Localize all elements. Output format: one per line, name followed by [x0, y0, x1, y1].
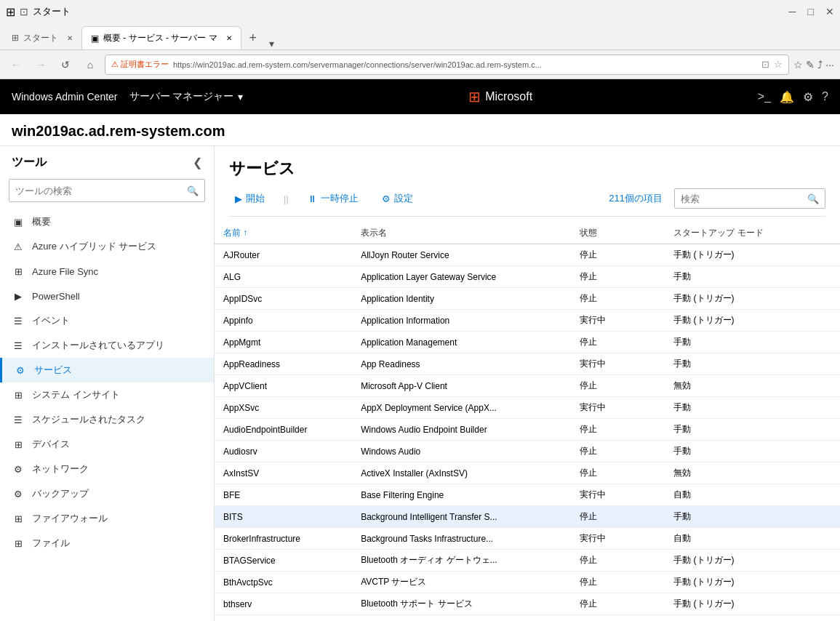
more-icon[interactable]: ··· [825, 59, 834, 71]
service-startup: 手動 [665, 441, 840, 462]
table-row[interactable]: AudioEndpointBuilder Windows Audio Endpo… [215, 419, 840, 441]
service-status: 停止 [571, 441, 665, 462]
col-status-header[interactable]: 状態 [571, 223, 665, 244]
terminal-icon[interactable]: >_ [758, 90, 771, 103]
service-status: 停止 [571, 332, 665, 353]
sidebar-item-backup[interactable]: ⚙ バックアップ [0, 481, 214, 506]
toolbar-divider: || [284, 193, 289, 204]
service-status: 停止 [571, 288, 665, 310]
settings-icon[interactable]: ⚙ [803, 90, 813, 104]
ms-logo-icon: ⊞ [468, 88, 481, 105]
sidebar-item-firewall[interactable]: ⊞ ファイアウォール [0, 506, 214, 531]
table-row[interactable]: AppMgmt Application Management 停止 手動 [215, 332, 840, 353]
sidebar-item-label: Azure File Sync [32, 266, 98, 277]
sidebar-search[interactable]: 🔍 [0, 179, 214, 209]
table-row[interactable]: AxInstSV ActiveX Installer (AxInstSV) 停止… [215, 462, 840, 484]
sidebar-item-azure-hybrid[interactable]: ⚠ Azure ハイブリッド サービス [0, 234, 214, 259]
table-row[interactable]: AppXSvc AppX Deployment Service (AppX...… [215, 397, 840, 419]
service-startup: 手動 (トリガー) [665, 310, 840, 332]
content-search-box[interactable]: 🔍 [674, 188, 825, 209]
pause-button[interactable]: ⏸ 一時停止 [302, 189, 364, 208]
help-icon[interactable]: ? [822, 90, 828, 103]
service-name: Audiosrv [215, 441, 352, 462]
col-startup-header[interactable]: スタートアップ モード [665, 223, 840, 244]
tab-dropdown-icon[interactable]: ▾ [265, 38, 279, 49]
content-search-icon: 🔍 [807, 193, 819, 204]
home-button[interactable]: ⌂ [80, 55, 100, 75]
table-row[interactable]: AJRouter AllJoyn Router Service 停止 手動 (ト… [215, 244, 840, 266]
service-display-name: 機能アクセス マネージャー サー [352, 615, 571, 622]
sidebar-collapse-button[interactable]: ❮ [193, 156, 202, 169]
back-button[interactable]: ← [6, 55, 26, 75]
sidebar-item-powershell[interactable]: ▶ PowerShell [0, 284, 214, 308]
tab-inactive[interactable]: ⊞ スタート ✕ [3, 26, 81, 49]
active-tab-label: 概要 - サービス - サーバー マ [103, 32, 217, 44]
service-display-name: Microsoft App-V Client [352, 375, 571, 397]
active-tab-close-icon[interactable]: ✕ [226, 34, 232, 42]
sidebar-search-inner[interactable]: 🔍 [9, 179, 205, 202]
favorite-icon[interactable]: ☆ [774, 59, 783, 70]
settings-button[interactable]: ⚙ 設定 [376, 189, 419, 208]
table-row[interactable]: camsvc 機能アクセス マネージャー サー 停止 手動 [215, 615, 840, 622]
start-button[interactable]: ▶ 開始 [229, 189, 271, 208]
sidebar-item-installed-apps[interactable]: ☰ インストールされているアプリ [0, 333, 214, 358]
sidebar-item-system-insight[interactable]: ⊞ システム インサイト [0, 382, 214, 407]
sidebar-item-events[interactable]: ☰ イベント [0, 308, 214, 333]
server-manager-button[interactable]: サーバー マネージャー ▾ [129, 90, 244, 103]
table-row[interactable]: BTAGService Bluetooth オーディオ ゲートウェ... 停止 … [215, 550, 840, 572]
col-name-header[interactable]: 名前 ↑ [215, 223, 352, 244]
service-status: 停止 [571, 572, 665, 593]
service-startup: 手動 [665, 332, 840, 353]
service-display-name: Bluetooth オーディオ ゲートウェ... [352, 550, 571, 572]
sidebar-item-scheduled-tasks[interactable]: ☰ スケジュールされたタスク [0, 407, 214, 432]
minimize-button[interactable]: ─ [789, 6, 796, 17]
service-status: 停止 [571, 375, 665, 397]
table-row[interactable]: AppIDSvc Application Identity 停止 手動 (トリガ… [215, 288, 840, 310]
table-row[interactable]: BrokerInfrastructure Background Tasks In… [215, 528, 840, 550]
start-label[interactable]: スタート [33, 5, 71, 18]
taskbar-pin-icon[interactable]: ⊡ [20, 6, 28, 17]
sidebar-item-files[interactable]: ⊞ ファイル [0, 531, 214, 556]
table-row[interactable]: AppVClient Microsoft App-V Client 停止 無効 [215, 375, 840, 397]
forward-button[interactable]: → [31, 55, 51, 75]
table-row[interactable]: BthAvctpSvc AVCTP サービス 停止 手動 (トリガー) [215, 572, 840, 593]
sidebar-item-azure-file-sync[interactable]: ⊞ Azure File Sync [0, 259, 214, 284]
network-icon: ⚙ [12, 462, 25, 476]
content-search-input[interactable] [681, 193, 803, 204]
services-table-container[interactable]: 名前 ↑ 表示名 状態 スタートアップ モード AJRouter AllJoyn… [215, 223, 840, 621]
content-title: サービス [229, 158, 825, 180]
nav-icons: ☆ ✎ ⤴ ··· [793, 59, 834, 71]
address-bar[interactable]: ⚠ 証明書エラー https://win2019ac.ad.rem-system… [105, 55, 789, 75]
sidebar-item-devices[interactable]: ⊞ デバイス [0, 432, 214, 457]
active-tab[interactable]: ▣ 概要 - サービス - サーバー マ ✕ [81, 26, 241, 49]
table-row[interactable]: ALG Application Layer Gateway Service 停止… [215, 266, 840, 288]
table-row[interactable]: bthserv Bluetooth サポート サービス 停止 手動 (トリガー) [215, 593, 840, 615]
refresh-button[interactable]: ↺ [55, 55, 76, 75]
sidebar-search-input[interactable] [15, 185, 183, 196]
table-row[interactable]: AppReadiness App Readiness 実行中 手動 [215, 353, 840, 375]
sidebar-item-overview[interactable]: ▣ 概要 [0, 209, 214, 234]
table-row[interactable]: BFE Base Filtering Engine 実行中 自動 [215, 484, 840, 506]
bell-icon[interactable]: 🔔 [780, 90, 794, 104]
service-startup: 手動 (トリガー) [665, 244, 840, 266]
services-tbody: AJRouter AllJoyn Router Service 停止 手動 (ト… [215, 244, 840, 622]
table-row[interactable]: BITS Background Intelligent Transfer S..… [215, 506, 840, 528]
table-row[interactable]: Audiosrv Windows Audio 停止 手動 [215, 441, 840, 462]
table-row[interactable]: Appinfo Application Information 実行中 手動 (… [215, 310, 840, 332]
maximize-button[interactable]: □ [808, 6, 814, 17]
collections-icon[interactable]: ☆ [793, 59, 803, 71]
col-displayname-header[interactable]: 表示名 [352, 223, 571, 244]
sidebar-item-services[interactable]: ⚙ サービス [0, 358, 214, 382]
tab-close-icon[interactable]: ✕ [67, 34, 73, 42]
services-icon: ⚙ [14, 364, 27, 377]
share-icon[interactable]: ⤴ [817, 59, 823, 71]
close-button[interactable]: ✕ [825, 6, 834, 17]
service-startup: 自動 [665, 528, 840, 550]
toolbar: ▶ 開始 || ⏸ 一時停止 ⚙ 設定 211個の項目 🔍 [229, 188, 825, 217]
reader-icon[interactable]: ⊡ [761, 59, 769, 70]
backup-icon: ⚙ [12, 487, 25, 500]
service-name: AJRouter [215, 244, 352, 266]
new-tab-button[interactable]: + [241, 26, 265, 49]
sidebar-item-network[interactable]: ⚙ ネットワーク [0, 457, 214, 481]
pen-icon[interactable]: ✎ [806, 59, 815, 71]
